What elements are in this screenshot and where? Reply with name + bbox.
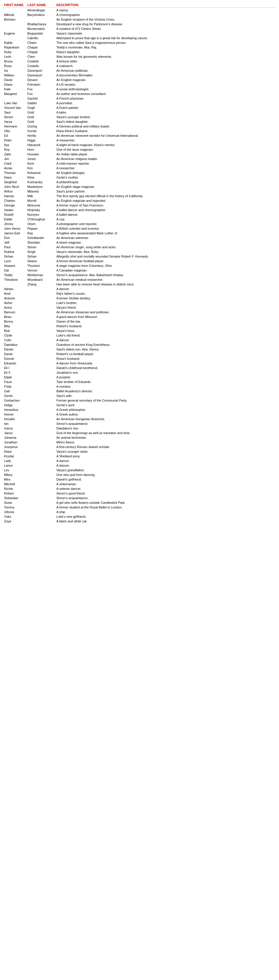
table-row: PaulSimonAn American singer, song writer… [2,245,277,250]
table-row: YukoLuke's new girlfriend. [2,514,277,519]
cell-last-name [26,519,55,523]
cell-first-name: Helga [2,403,26,407]
cell-first-name: Ed [2,133,26,138]
cell-first-name: Adrian [2,286,26,291]
table-row: KateFoxA social anthropologist. [2,87,277,91]
cell-description: A journalist. [55,101,277,105]
cell-last-name: Pepper [26,226,55,231]
table-row: UltoniaA ship. [2,510,277,514]
cell-last-name: Costello [26,59,55,64]
cell-last-name: Fox [26,91,55,96]
cell-first-name: Rabbi [2,40,26,45]
cell-first-name: Margaret [2,91,26,96]
cell-last-name [26,356,55,361]
cell-first-name: George [2,203,26,208]
cell-last-name: Chapal [26,45,55,50]
cell-description: A dancer. [55,338,277,342]
cell-last-name [26,407,55,412]
table-row: BobVarya's boss. [2,328,277,333]
cell-first-name: Thomas [2,170,26,175]
cell-description: Attempted to prove that age is a great r… [55,36,277,40]
cell-description: Luke's brother. [55,301,277,305]
table-row: RajanikantChapalTeddy's roommate. Aka: R… [2,45,277,50]
cell-last-name: Goring [26,124,55,129]
cell-description: A Dutch painter. [55,105,277,110]
cell-first-name: Lynn [2,259,26,263]
cell-last-name [26,514,55,519]
cell-last-name: Simon [26,245,55,250]
cell-description: A former mayor of San Francisco. [55,203,277,208]
cell-last-name: Gorski [26,129,55,133]
cell-last-name [26,380,55,384]
table-row: EugeneBogopolskiVarya's classmate. [2,31,277,36]
table-row: AlmendingerA nanny. [2,8,277,13]
cell-first-name: Susie [2,500,26,505]
table-row: RobertSimon's good friend. [2,491,277,496]
table-row: ColinA dancer. [2,338,277,342]
cell-description: Saul's wife. [55,393,277,398]
cell-first-name: Eli I [2,366,26,370]
cell-first-name: Mitchell [2,482,26,486]
table-row: John HenryPepperA British scientist and … [2,226,277,231]
cell-last-name [26,310,55,315]
table-row: ZhangHas been able to reverse heart dise… [2,282,277,286]
cell-last-name [26,477,55,482]
cell-description: A cop. [55,217,277,221]
table-row: ClydeLuke's old friend. [2,333,277,338]
cell-last-name [26,454,55,458]
cell-first-name: Jeff [2,240,26,245]
cell-first-name: Paul [2,245,26,250]
table-row: HeraclitusA Greek philosopher. [2,407,277,412]
table-row: John NevilMaskelyneAn English stage magi… [2,185,277,189]
cell-last-name: Almendinger [26,8,55,13]
cell-last-name [26,296,55,301]
cell-first-name: Rubina [2,250,26,254]
cell-first-name: Dante [2,352,26,356]
table-row: RichieA veteran dancer. [2,486,277,491]
cell-first-name: Diane [2,82,26,87]
table-row: RubinaSinghVarya's classmate. Aka: Ruby. [2,250,277,254]
cell-last-name: Morritt [26,198,55,203]
table-row: DianeFeinsteinA US senator. [2,82,277,87]
cell-first-name [2,26,26,31]
cell-description: An animal technician. [55,435,277,440]
cell-last-name [26,352,55,356]
cell-first-name: Vaslav [2,208,26,212]
cell-last-name [26,301,55,305]
table-row: Eli IDaniel's childhood bestfriend. [2,366,277,370]
cell-last-name [26,491,55,496]
table-row: Eli IIJonathan's son. [2,370,277,375]
cell-last-name [26,291,55,296]
cell-description: Ballet Academy's director. [55,389,277,393]
cell-first-name: John Henry [2,226,26,231]
cell-description: An American medical researcher. [55,277,277,282]
table-row: BarnumAn American showman and politician… [2,310,277,315]
cell-last-name [26,319,55,324]
cell-first-name: Lady [2,458,26,463]
cell-last-name [26,370,55,375]
cell-first-name: Mikey [2,473,26,477]
cell-last-name [26,412,55,417]
cell-description: Saul's junior partner. [55,189,277,194]
cell-first-name: Bob [2,328,26,333]
table-row: MikeyOne who quit from dancing. [2,473,277,477]
cell-first-name: Simon [2,115,26,119]
cell-description: Varya's younger sister. [55,449,277,454]
cell-description: Simon's acquaintance. [55,421,277,426]
cell-last-name: Bogopolski [26,31,55,36]
table-row: WilliamDavenportA documentary filmmaker. [2,73,277,78]
cell-description: A former student at the Royal Ballet in … [55,505,277,510]
table-row: RabbiChaimThe one who called Saul a magn… [2,40,277,45]
cell-first-name: Colin [2,338,26,342]
cell-description: A veteran dancer. [55,486,277,491]
cell-description: A photographer and reporter. [55,221,277,226]
cell-last-name [26,398,55,403]
cell-last-name [26,286,55,291]
cell-first-name: Asher [2,301,26,305]
cell-last-name: Chapal [26,50,55,54]
table-row: SiegfriedKramarskyA philanthropist. [2,180,277,185]
cell-first-name: Ruby [2,50,26,54]
cell-first-name: Teddy [2,273,26,277]
cell-first-name: Johanna [2,435,26,440]
cell-first-name: Tommy [2,505,26,510]
